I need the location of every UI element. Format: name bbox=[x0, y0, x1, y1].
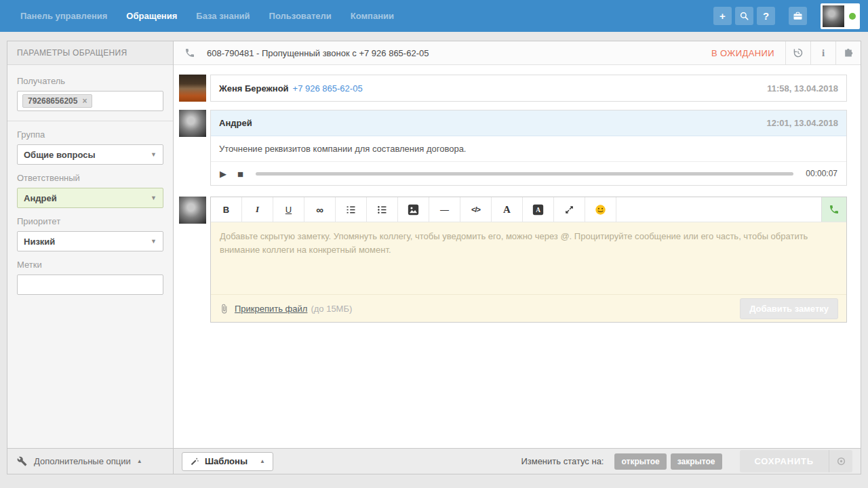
underline-button[interactable]: U bbox=[273, 197, 304, 222]
composer-footer: Прикрепить файл (до 15МБ) Добавить замет… bbox=[211, 294, 846, 322]
workspace-button[interactable] bbox=[789, 7, 807, 25]
image-icon bbox=[408, 204, 419, 216]
message-author: Андрей bbox=[219, 118, 252, 128]
assignee-value: Андрей bbox=[24, 193, 57, 203]
tags-input[interactable] bbox=[17, 274, 163, 295]
nav-users[interactable]: Пользователи bbox=[260, 11, 341, 21]
save-button-group: СОХРАНИТЬ bbox=[740, 450, 853, 472]
current-agent-avatar bbox=[179, 197, 206, 224]
message-text: Уточнение реквизитов компании для состав… bbox=[211, 136, 846, 162]
message-timestamp: 12:01, 13.04.2018 bbox=[766, 118, 838, 128]
ordered-list-icon bbox=[345, 204, 357, 216]
additional-options-label: Дополнительные опции bbox=[34, 456, 131, 466]
ticket-title: 608-790481 - Пропущенный звонок с +7 926… bbox=[207, 48, 429, 58]
search-icon bbox=[739, 11, 749, 21]
customer-phone-link[interactable]: +7 926 865-62-05 bbox=[293, 83, 363, 94]
triangle-up-icon: ▲ bbox=[137, 458, 142, 464]
play-icon[interactable]: ▶ bbox=[220, 169, 226, 179]
magic-wand-icon bbox=[190, 457, 199, 466]
link-button[interactable]: ∞ bbox=[304, 197, 336, 222]
recipient-label: Получатель bbox=[17, 76, 163, 86]
search-button[interactable] bbox=[735, 7, 753, 25]
status-open-button[interactable]: открытое bbox=[614, 453, 666, 470]
expand-button[interactable] bbox=[554, 197, 585, 222]
bullet-list-icon bbox=[376, 204, 388, 216]
nav-companies[interactable]: Компании bbox=[341, 11, 403, 21]
remove-recipient-icon[interactable]: × bbox=[82, 96, 87, 106]
sidebar-fields: Получатель 79268656205 × Группа Общие во… bbox=[7, 65, 173, 304]
save-button[interactable]: СОХРАНИТЬ bbox=[740, 450, 829, 472]
save-options-button[interactable] bbox=[829, 450, 852, 472]
emoji-icon bbox=[595, 204, 606, 216]
change-status-label: Изменить статус на: bbox=[521, 456, 604, 466]
font-color-button[interactable]: A bbox=[492, 197, 523, 222]
help-button[interactable]: ? bbox=[757, 7, 775, 25]
insert-image-button[interactable] bbox=[398, 197, 429, 222]
triangle-up-icon: ▲ bbox=[260, 458, 265, 464]
message-box: Андрей 12:01, 13.04.2018 Уточнение рекви… bbox=[210, 110, 847, 186]
emoji-button[interactable] bbox=[585, 197, 616, 222]
info-button[interactable]: i bbox=[810, 41, 835, 64]
user-menu[interactable] bbox=[821, 3, 860, 29]
highlight-button[interactable]: A bbox=[523, 197, 554, 222]
chevron-down-icon: ▼ bbox=[151, 151, 157, 158]
info-icon: i bbox=[822, 47, 825, 59]
add-button[interactable]: + bbox=[713, 7, 732, 25]
sidebar-divider bbox=[7, 121, 173, 121]
audio-duration: 00:00:07 bbox=[806, 169, 837, 178]
sidebar-title: ПАРАМЕТРЫ ОБРАЩЕНИЯ bbox=[7, 41, 173, 65]
priority-select[interactable]: Низкий ▼ bbox=[17, 231, 163, 251]
history-icon bbox=[793, 47, 804, 58]
call-button[interactable] bbox=[821, 197, 846, 222]
phone-icon bbox=[829, 204, 840, 215]
assignee-select[interactable]: Андрей ▼ bbox=[17, 188, 163, 208]
message-thread: Женя Бережной +7 926 865-62-05 11:58, 13… bbox=[174, 65, 861, 323]
note-composer: B I U ∞ — </> A bbox=[179, 197, 847, 323]
italic-button[interactable]: I bbox=[242, 197, 273, 222]
ticket-footer-bar: Шаблоны ▲ Изменить статус на: открытое з… bbox=[174, 448, 861, 474]
assignee-label: Ответственный bbox=[17, 173, 163, 183]
message-header: Женя Бережной +7 926 865-62-05 11:58, 13… bbox=[211, 75, 846, 101]
status-actions: Изменить статус на: открытое закрытое СО… bbox=[521, 450, 852, 472]
audio-progress-bar[interactable] bbox=[256, 172, 793, 176]
ticket-panel: 608-790481 - Пропущенный звонок с +7 926… bbox=[173, 41, 861, 474]
additional-options-toggle[interactable]: Дополнительные опции ▲ bbox=[7, 448, 173, 474]
ticket-header: 608-790481 - Пропущенный звонок с +7 926… bbox=[174, 41, 861, 65]
attach-file-link[interactable]: Прикрепить файл bbox=[235, 304, 307, 314]
bold-button[interactable]: B bbox=[211, 197, 242, 222]
code-button[interactable]: </> bbox=[460, 197, 492, 222]
nav-knowledge-base[interactable]: База знаний bbox=[186, 11, 259, 21]
templates-button[interactable]: Шаблоны ▲ bbox=[182, 452, 273, 471]
message-author: Женя Бережной bbox=[219, 83, 289, 94]
editor-toolbar: B I U ∞ — </> A bbox=[211, 197, 846, 222]
horizontal-rule-button[interactable]: — bbox=[429, 197, 460, 222]
note-input[interactable]: Добавьте скрытую заметку. Упомянуть колл… bbox=[211, 222, 846, 294]
templates-label: Шаблоны bbox=[205, 456, 248, 466]
customer-avatar bbox=[179, 75, 206, 102]
tags-label: Метки bbox=[17, 260, 163, 270]
recipient-tag-value: 79268656205 bbox=[28, 96, 77, 106]
recipient-input[interactable]: 79268656205 × bbox=[17, 91, 163, 111]
chevron-down-icon: ▼ bbox=[151, 195, 157, 201]
target-icon bbox=[836, 456, 846, 466]
bullet-list-button[interactable] bbox=[367, 197, 398, 222]
ticket-parameters-panel: ПАРАМЕТРЫ ОБРАЩЕНИЯ Получатель 792686562… bbox=[7, 41, 174, 474]
status-closed-button[interactable]: закрытое bbox=[671, 453, 722, 470]
top-navigation: Панель управления Обращения База знаний … bbox=[0, 0, 868, 32]
online-status-dot bbox=[849, 13, 856, 20]
highlight-icon: A bbox=[532, 204, 544, 216]
group-select[interactable]: Общие вопросы ▼ bbox=[17, 144, 163, 165]
message-item: Андрей 12:01, 13.04.2018 Уточнение рекви… bbox=[179, 110, 847, 186]
wrench-icon bbox=[17, 456, 27, 466]
briefcase-icon bbox=[793, 11, 803, 21]
ordered-list-button[interactable] bbox=[336, 197, 367, 222]
plus-icon: + bbox=[719, 10, 726, 22]
nav-tickets[interactable]: Обращения bbox=[117, 11, 186, 21]
nav-dashboard[interactable]: Панель управления bbox=[11, 11, 117, 21]
paperclip-icon bbox=[219, 304, 229, 314]
merge-button[interactable] bbox=[835, 41, 861, 64]
history-button[interactable] bbox=[785, 41, 810, 64]
stop-icon[interactable]: ■ bbox=[237, 168, 243, 180]
add-note-button[interactable]: Добавить заметку bbox=[740, 298, 838, 319]
phone-icon bbox=[184, 47, 195, 58]
